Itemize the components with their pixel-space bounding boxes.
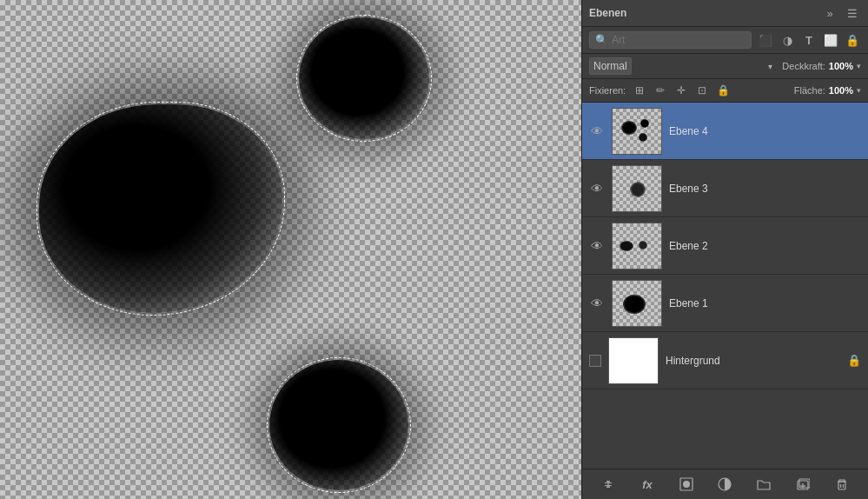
blob-top-right	[299, 17, 429, 139]
layer-name-ebene1: Ebene 1	[669, 297, 861, 309]
link-layers-button[interactable]	[598, 475, 619, 494]
mask-button[interactable]	[676, 475, 697, 494]
opacity-row: Deckkraft: 100% ▾	[782, 61, 861, 71]
filter-text-icon[interactable]: T	[800, 31, 818, 49]
blob-bottom-center	[269, 360, 408, 490]
canvas-area	[0, 0, 581, 499]
fix-move-icon[interactable]: ✛	[673, 82, 690, 99]
blob-large	[39, 104, 282, 313]
fix-label: Fixieren:	[589, 85, 626, 96]
opacity-value[interactable]: 100%	[829, 61, 853, 71]
search-box[interactable]: 🔍	[589, 31, 752, 49]
filter-row: 🔍 ⬛ ◑ T ⬜ 🔒	[582, 27, 868, 54]
svg-rect-9	[838, 482, 845, 489]
layer-thumb-ebene2	[612, 223, 662, 269]
filter-icons: ⬛ ◑ T ⬜ 🔒	[757, 31, 861, 49]
fix-pos-icon[interactable]: ⊞	[631, 82, 648, 99]
fill-label: Fläche:	[794, 85, 825, 96]
layer-row-ebene3[interactable]: 👁 Ebene 3	[582, 160, 868, 217]
layer-name-hintergrund: Hintergrund	[666, 355, 840, 367]
layers-list: 👁 Ebene 4 👁 Ebene 3 👁	[582, 103, 868, 469]
canvas-content	[0, 0, 581, 499]
search-input[interactable]	[612, 34, 745, 46]
opacity-arrow: ▾	[857, 62, 861, 70]
fix-transform-icon[interactable]: ⊡	[693, 82, 711, 99]
svg-point-3	[683, 481, 690, 488]
blend-row: Normal Deckkraft: 100% ▾	[582, 54, 868, 79]
panel-menu-icon[interactable]: ☰	[844, 4, 861, 22]
delete-layer-button[interactable]	[832, 475, 852, 494]
fx-button[interactable]: fx	[637, 475, 658, 494]
panel-footer: fx	[582, 469, 868, 499]
layer-eye-ebene3[interactable]: 👁	[589, 182, 605, 196]
layer-name-ebene4: Ebene 4	[669, 125, 861, 137]
svg-rect-0	[605, 482, 612, 483]
layer-row-ebene1[interactable]: 👁 Ebene 1	[582, 275, 868, 332]
fix-draw-icon[interactable]: ✏	[652, 82, 669, 99]
filter-adjust-icon[interactable]: ◑	[779, 31, 796, 49]
fix-row: Fixieren: ⊞ ✏ ✛ ⊡ 🔒 Fläche: 100% ▾	[582, 79, 868, 103]
lock-icon-hintergrund: 🔒	[847, 354, 861, 367]
layer-visibility-checkbox-hintergrund[interactable]	[589, 355, 601, 367]
fill-arrow: ▾	[857, 86, 861, 95]
new-layer-button[interactable]	[792, 475, 813, 494]
layer-eye-ebene4[interactable]: 👁	[589, 124, 605, 138]
panel-header-icons: » ☰	[821, 4, 861, 22]
layers-panel: Ebenen » ☰ 🔍 ⬛ ◑ T ⬜ 🔒 Normal Deckkraft:…	[581, 0, 868, 499]
layer-row-ebene4[interactable]: 👁 Ebene 4	[582, 103, 868, 160]
fix-icons: ⊞ ✏ ✛ ⊡ 🔒	[631, 82, 791, 99]
layer-row-hintergrund[interactable]: Hintergrund 🔒	[582, 332, 868, 389]
layer-eye-ebene1[interactable]: 👁	[589, 296, 605, 310]
layer-thumb-ebene4	[612, 108, 662, 155]
filter-shape-icon[interactable]: ⬜	[822, 31, 839, 49]
adjustment-button[interactable]	[714, 475, 735, 494]
blend-mode-wrap: Normal	[589, 57, 777, 75]
layer-thumb-ebene1	[612, 280, 662, 327]
fill-value[interactable]: 100%	[829, 85, 853, 96]
panel-header: Ebenen » ☰	[582, 0, 868, 27]
panel-title: Ebenen	[589, 7, 626, 19]
layer-thumb-ebene3	[612, 165, 662, 212]
layer-row-ebene2[interactable]: 👁 Ebene 2	[582, 217, 868, 275]
search-icon: 🔍	[595, 34, 608, 46]
svg-rect-1	[605, 485, 612, 486]
panel-expand-icon[interactable]: »	[821, 4, 838, 22]
layer-eye-ebene2[interactable]: 👁	[589, 239, 605, 253]
layer-name-ebene3: Ebene 3	[669, 183, 861, 195]
filter-image-icon[interactable]: ⬛	[757, 31, 774, 49]
layer-thumb-hintergrund	[608, 337, 659, 384]
fix-all-icon[interactable]: 🔒	[714, 82, 732, 99]
layer-name-ebene2: Ebene 2	[669, 240, 861, 252]
filter-smart-icon[interactable]: 🔒	[844, 31, 861, 49]
blend-mode-select[interactable]: Normal	[589, 57, 632, 75]
folder-button[interactable]	[753, 475, 774, 494]
opacity-label: Deckkraft:	[782, 61, 825, 71]
